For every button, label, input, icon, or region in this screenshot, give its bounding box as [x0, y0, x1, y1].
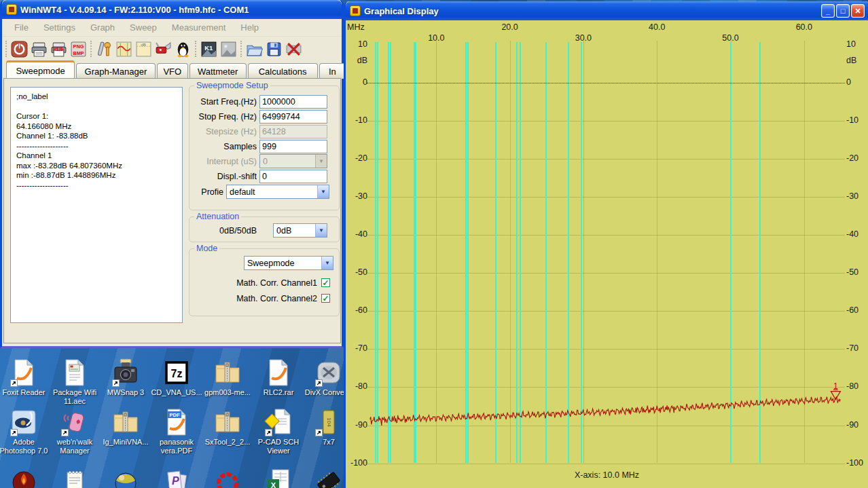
desktop-icon-label: RLC2.rar [252, 388, 305, 397]
winnwt4-title: WinNWT4 - V.4.09.14 - FW:2.110:V00 - hfm… [20, 5, 249, 15]
desktop-icon-cd-vna[interactable]: 7zCD_VNA_US... [150, 358, 203, 397]
desktop-icon-gpm003[interactable]: gpm003-me... [201, 358, 254, 397]
tab-calculations[interactable]: Calculations [248, 63, 318, 79]
save-floppy-icon[interactable] [265, 40, 283, 58]
svg-text:PNG: PNG [73, 43, 84, 50]
desktop-icon-notepad[interactable] [48, 468, 101, 488]
winnwt4-window: WinNWT4 - V.4.09.14 - FW:2.110:V00 - hfm… [0, 0, 344, 348]
desktop-icon-label: Adobe Photoshop 7.0 [0, 438, 50, 455]
tab-vfo[interactable]: VFO [157, 63, 188, 79]
svg-text:PDF: PDF [53, 45, 65, 52]
toolbar-grip [90, 41, 92, 57]
menu-item-graph[interactable]: Graph [84, 20, 122, 35]
desktop-icon-adobe-photoshop[interactable]: Adobe Photoshop 7.0 [0, 408, 50, 455]
print-icon[interactable] [30, 40, 48, 58]
shortcut-arrow-icon [61, 429, 69, 436]
pdf-print-icon[interactable]: PDF [50, 40, 68, 58]
profile-combobox[interactable]: default ▼ [226, 185, 329, 199]
open-folder-icon[interactable] [245, 40, 264, 58]
samples-input[interactable]: 999 [259, 140, 327, 153]
tux-penguin-icon[interactable] [174, 40, 192, 58]
photo-2-icon[interactable] [219, 40, 238, 58]
desktop-icon-label: Foxit Reader [0, 388, 50, 397]
menu-item-help[interactable]: Help [234, 20, 266, 35]
close-button[interactable]: ✕ [851, 4, 865, 18]
field-row-stepsize-hz-: Stepsize (Hz)64128 [191, 124, 338, 138]
tab-sweepmode[interactable]: Sweepmode [6, 60, 75, 79]
toolbar-grip [240, 41, 242, 57]
tools-icon[interactable] [95, 40, 113, 58]
graphical-display-titlebar[interactable]: Graphical Display [346, 1, 868, 20]
x-axis-scale-label: X-axis: 10.0 MHz [346, 470, 868, 480]
chevron-down-icon[interactable]: ▼ [315, 224, 327, 237]
desktop-icon-panasonik-pdf[interactable]: PDFpanasonik vera.PDF [150, 408, 203, 455]
menu-item-sweep[interactable]: Sweep [123, 20, 164, 35]
cursor-info-panel[interactable]: ;no_label Cursor 1: 64.166080 MHz Channe… [10, 87, 183, 323]
field-row-interrupt-us-: Interrupt (uS)0▼ [191, 154, 338, 168]
shortcut-arrow-icon [112, 379, 120, 387]
attenuation-combobox[interactable]: 0dB ▼ [273, 223, 327, 238]
photo-k1-icon[interactable]: K1 [200, 40, 218, 58]
exit-icon[interactable] [285, 40, 303, 58]
db-scale-icon[interactable]: dB [134, 40, 153, 58]
desktop-icon-sphere[interactable] [99, 468, 152, 488]
desktop-icon-pdoc[interactable]: P [150, 468, 203, 488]
svg-text:104: 104 [326, 417, 332, 427]
desktop-icon-label: Package Wifi 11.aec [48, 388, 101, 405]
marker-1-label: 1 [833, 381, 838, 391]
swiss-knife-icon[interactable] [154, 40, 173, 58]
svg-text:K1: K1 [204, 44, 213, 51]
power-icon[interactable] [10, 40, 29, 58]
field-row-stop-freq-hz-: Stop Freq. (Hz)64999744 [191, 109, 338, 124]
svg-text:P: P [172, 475, 179, 487]
desktop-icon-label: panasonik vera.PDF [150, 438, 203, 455]
sweep-chart[interactable]: 10.020.030.040.050.060.0MHz101000-10-10-… [346, 20, 868, 488]
desktop-icon-sxtool[interactable]: SxTool_2_2... [201, 408, 254, 447]
chevron-down-icon[interactable]: ▼ [317, 185, 329, 198]
attenuation-group: Attenuation 0dB/50dB 0dB ▼ [189, 217, 340, 242]
displ-shift-input[interactable]: 0 [259, 170, 327, 183]
tab-graph-manager[interactable]: Graph-Manager [76, 63, 156, 79]
desktop-icon-webnwalk[interactable]: web'n'walk Manager [48, 408, 101, 455]
image-export-icon[interactable]: PNGBMP [69, 40, 88, 58]
desktop-icon-label: Ig_MiniVNA... [99, 438, 152, 447]
menu-item-settings[interactable]: Settings [37, 20, 82, 35]
menu-item-file[interactable]: File [7, 20, 35, 35]
winnwt4-titlebar[interactable]: WinNWT4 - V.4.09.14 - FW:2.110:V00 - hfm… [2, 0, 342, 19]
desktop-icon-foxit-reader[interactable]: Foxit Reader [0, 358, 50, 397]
checkbox-math-corr-channel1[interactable]: ✓ [321, 278, 330, 287]
mode-group: Mode Sweepmode ▼ Math. Corr. Channel1✓Ma… [189, 248, 340, 316]
maximize-button[interactable]: □ [836, 4, 850, 18]
start-freq-hz--input[interactable]: 1000000 [259, 95, 327, 109]
checkbox-math-corr-channel2[interactable]: ✓ [321, 294, 330, 303]
mode-combobox[interactable]: Sweepmode ▼ [244, 256, 333, 270]
svg-text:dB: dB [141, 41, 146, 46]
tab-in[interactable]: In [319, 63, 346, 79]
winnwt4-app-icon [6, 4, 17, 15]
desktop-icon-flame[interactable] [0, 468, 50, 488]
profile-label: Profie [201, 187, 223, 197]
stop-freq-hz--input[interactable]: 64999744 [259, 110, 327, 124]
desktop-icon-pcad-sch-viewer[interactable]: P-CAD SCH Viewer [252, 408, 305, 455]
desktop-icon-label: CD_VNA_US... [150, 388, 203, 397]
channel1-trace: 1 [346, 20, 868, 488]
desktop-icon-rlc2-rar[interactable]: RLC2.rar [252, 358, 305, 397]
chevron-down-icon[interactable]: ▼ [321, 257, 333, 269]
desktop-icon-ig-minivna[interactable]: Ig_MiniVNA... [99, 408, 152, 447]
minimize-button[interactable]: _ [821, 4, 835, 18]
tab-wattmeter[interactable]: Wattmeter [189, 63, 247, 79]
menu-item-measurement[interactable]: Measurement [165, 20, 232, 35]
desktop-icon-mwsnap3[interactable]: MWSnap 3 [99, 358, 152, 397]
svg-text:BMP: BMP [73, 50, 84, 56]
sweepmode-setup-group: Sweepmode Setup Start Freq.(Hz)1000000St… [189, 86, 340, 210]
desktop-icon-spreadsheet[interactable]: X [252, 468, 305, 488]
desktop-icon-label: gpm003-me... [201, 388, 254, 397]
desktop-icon-red-ring[interactable] [201, 468, 254, 488]
desktop-icon-label: MWSnap 3 [99, 388, 152, 397]
desktop-icon-package-wifi[interactable]: Package Wifi 11.aec [48, 358, 101, 405]
graphical-display-window: Graphical Display _□✕ 10.020.030.040.050… [344, 1, 868, 488]
desktop-icon-label: P-CAD SCH Viewer [252, 438, 305, 455]
graph-settings-icon[interactable] [115, 40, 133, 58]
tab-strip: SweepmodeGraph-ManagerVFOWattmeterCalcul… [3, 60, 346, 79]
shortcut-arrow-icon [10, 379, 18, 387]
